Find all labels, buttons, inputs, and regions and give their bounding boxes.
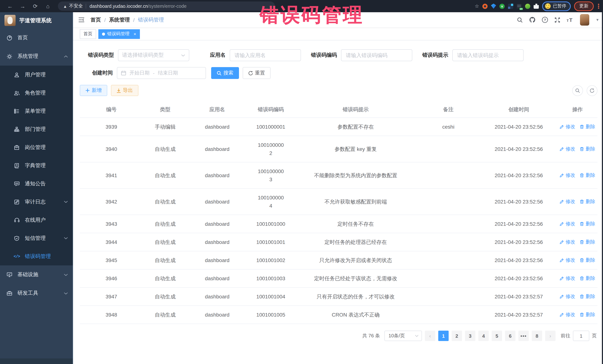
help-icon[interactable]: ? [542,17,548,23]
page-number-button[interactable]: 2 [452,331,462,341]
browser-menu-icon[interactable]: ••• [597,3,600,9]
page-size-select[interactable]: 10条/页 [384,331,422,341]
goto-page-input[interactable] [573,331,589,341]
error-code-input[interactable] [341,49,412,61]
edit-link[interactable]: 修改 [560,274,575,282]
address-bar[interactable]: ▲ 不安全 dashboard.yudao.iocoder.cn/system/… [58,1,275,11]
security-label[interactable]: 不安全 [69,3,83,9]
date-range-picker[interactable]: 开始日期 - 结束日期 [117,67,206,79]
extension-icon[interactable]: v [499,3,505,9]
tab-error-code[interactable]: 错误码管理 × [98,29,140,39]
search-icon[interactable] [517,17,523,23]
sidebar-item-posts[interactable]: 岗位管理 [0,138,73,156]
error-type-select[interactable]: 请选择错误码类型 [118,49,189,61]
sidebar-item-dev-tools[interactable]: 研发工具 [0,284,73,302]
delete-link[interactable]: 删除 [580,145,595,153]
cell-type: 手动编辑 [143,118,187,136]
delete-link[interactable]: 删除 [580,274,595,282]
extension-icon[interactable]: on [517,3,522,9]
page-number-button[interactable]: 4 [478,331,489,341]
edit-link[interactable]: 修改 [560,198,575,206]
window-scrollbar[interactable] [602,12,603,364]
sidebar-item-users[interactable]: 用户管理 [0,66,73,84]
page-number-button[interactable]: 8 [532,331,542,341]
sidebar-item-menus[interactable]: 菜单管理 [0,102,73,120]
sidebar-item-audit-log[interactable]: 审计日志 [0,193,73,211]
page-number-button[interactable]: 6 [505,331,515,341]
puzzle-extensions-icon[interactable] [533,3,539,9]
tab-home[interactable]: 首页 [80,29,96,39]
org-tree-icon [14,126,20,132]
breadcrumb-system[interactable]: 系统管理 [109,16,130,23]
export-button[interactable]: 导出 [111,85,139,96]
cell-code: 100100000 2 [247,136,295,162]
delete-link[interactable]: 删除 [580,123,595,131]
sidebar-item-infrastructure[interactable]: 基础设施 [0,265,73,284]
user-avatar[interactable] [580,14,589,26]
page-number-button[interactable]: 3 [465,331,475,341]
delete-link[interactable]: 删除 [580,220,595,228]
edit-link[interactable]: 修改 [560,171,575,179]
delete-link[interactable]: 删除 [580,311,595,319]
cell-hint: CRON 表达式不正确 [295,306,417,324]
sidebar-item-dictionary[interactable]: 字典管理 [0,156,73,175]
error-hint-input[interactable] [452,49,524,61]
extension-icon[interactable] [482,3,487,9]
edit-link[interactable]: 修改 [560,145,575,153]
edit-link[interactable]: 修改 [560,220,575,228]
page-number-button[interactable]: 1 [438,331,449,341]
delete-link[interactable]: 删除 [580,238,595,246]
sidebar-item-error-code[interactable]: </> 错误码管理 [0,247,73,265]
cell-hint: 不能删除类型为系统内置的参数配置 [295,162,417,188]
prev-page-button[interactable]: ‹ [425,331,435,341]
cell-hint: 定时任务不存在 [295,215,417,233]
sidebar-item-sms[interactable]: 短信管理 [0,229,73,247]
edit-link[interactable]: 修改 [560,256,575,264]
profile-paused-pill[interactable]: 已暂停 [542,1,571,11]
page-number-button[interactable]: 5 [492,331,502,341]
app-name-input[interactable] [230,49,301,61]
more-pages-button[interactable]: ••• [518,331,529,341]
browser-update-button[interactable]: 更新 [574,1,594,11]
delete-link[interactable]: 删除 [580,256,595,264]
update-label: 更新 [579,3,589,9]
delete-link[interactable]: 删除 [580,198,595,206]
breadcrumb-home[interactable]: 首页 [91,16,101,23]
app-logo-row[interactable]: 芋道管理系统 [0,12,73,29]
bookmark-star-icon[interactable]: ☆ [475,3,479,9]
edit-link[interactable]: 修改 [560,292,575,301]
sidebar-item-system[interactable]: 系统管理 [0,47,73,66]
back-icon[interactable]: ← [7,3,13,9]
close-icon[interactable]: × [134,31,136,36]
next-page-button[interactable]: › [545,331,556,341]
extension-icon[interactable] [525,3,530,9]
font-size-icon[interactable]: TT [567,17,574,22]
forward-icon[interactable]: → [19,3,26,9]
fullscreen-icon[interactable] [554,17,560,23]
sidebar-item-label: 岗位管理 [25,144,46,151]
delete-link[interactable]: 删除 [580,171,595,179]
sidebar-item-home[interactable]: 首页 [0,29,73,47]
edit-link[interactable]: 修改 [560,238,575,246]
sidebar-fold-icon[interactable] [78,17,85,22]
sidebar-item-departments[interactable]: 部门管理 [0,120,73,138]
refresh-table-button[interactable] [587,85,597,96]
github-icon[interactable] [529,17,535,23]
edit-link[interactable]: 修改 [560,123,575,131]
sidebar-item-roles[interactable]: 角色管理 [0,84,73,102]
extension-icon[interactable] [491,3,496,9]
edit-link[interactable]: 修改 [560,311,575,319]
reload-icon[interactable]: ⟳ [32,3,39,10]
toggle-search-button[interactable] [572,85,583,96]
search-button[interactable]: 搜索 [211,67,239,79]
add-button[interactable]: 新增 [80,85,107,96]
cell-type: 自动生成 [143,136,187,162]
home-icon[interactable]: ⌂ [45,3,51,9]
sidebar-item-online-users[interactable]: 在线用户 [0,211,73,229]
reset-button[interactable]: 重置 [243,67,270,79]
sidebar-item-announcements[interactable]: 通知公告 [0,175,73,193]
extension-icon[interactable] [508,3,513,9]
divider [86,4,86,9]
delete-link[interactable]: 删除 [580,292,595,301]
chevron-down-icon[interactable]: ▼ [596,18,599,22]
